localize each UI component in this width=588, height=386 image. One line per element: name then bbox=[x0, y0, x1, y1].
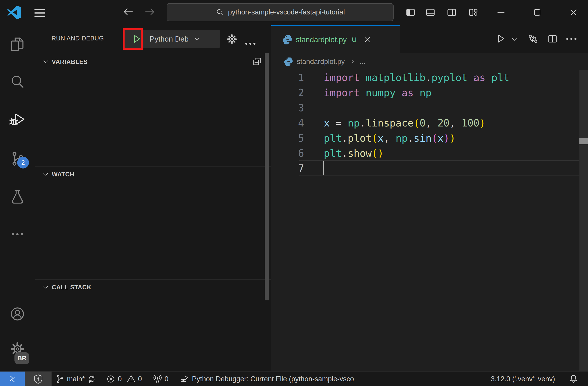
chevron-down-icon bbox=[42, 171, 49, 178]
text-cursor bbox=[323, 161, 324, 175]
overview-ruler-marker bbox=[579, 138, 588, 144]
shield-icon bbox=[33, 374, 43, 384]
breadcrumb: standardplot.py ... bbox=[271, 53, 588, 70]
code-lines[interactable]: import matplotlib.pyplot as pltimport nu… bbox=[324, 70, 509, 176]
maximize-icon[interactable] bbox=[531, 7, 543, 18]
vscode-window: python-sample-vscode-fastapi-tutorial bbox=[0, 0, 588, 386]
sidebar-item-explorer[interactable] bbox=[9, 36, 25, 52]
branch-status-item[interactable]: main* bbox=[55, 371, 97, 386]
sidebar-item-testing[interactable] bbox=[9, 189, 25, 205]
forward-arrow-icon[interactable] bbox=[144, 6, 156, 18]
debug-config-label: Python Deb bbox=[150, 35, 189, 43]
debug-icon bbox=[180, 374, 190, 384]
errors-icon bbox=[106, 374, 116, 384]
ports-status-item[interactable]: 0 bbox=[153, 371, 168, 386]
section-label: CALL STACK bbox=[52, 284, 91, 291]
sidebar-item-search[interactable] bbox=[9, 74, 25, 90]
tab-bar: standardplot.py U bbox=[271, 25, 588, 53]
section-label: WATCH bbox=[52, 171, 74, 178]
debugger-status-item[interactable]: Python Debugger: Current File (python-sa… bbox=[180, 371, 354, 386]
sidebar-item-run-debug[interactable] bbox=[9, 112, 25, 128]
title-bar: python-sample-vscode-fastapi-tutorial bbox=[0, 0, 588, 25]
python-icon bbox=[284, 57, 293, 66]
editor-group: standardplot.py U bbox=[271, 25, 588, 371]
toggle-panel-icon[interactable] bbox=[424, 7, 436, 18]
sidebar-title: RUN AND DEBUG bbox=[52, 35, 104, 42]
line-numbers: 1234567 bbox=[271, 70, 304, 176]
search-icon bbox=[215, 8, 224, 17]
remote-indicator[interactable] bbox=[0, 371, 25, 386]
breadcrumb-symbol[interactable]: ... bbox=[360, 58, 366, 66]
toggle-primary-sidebar-icon[interactable] bbox=[405, 7, 416, 18]
chevron-down-icon bbox=[42, 58, 49, 66]
workspace-trust-button[interactable] bbox=[25, 371, 52, 386]
profile-badge: BR bbox=[15, 352, 29, 364]
debug-more-actions-icon[interactable] bbox=[245, 38, 257, 49]
editor-more-actions-icon[interactable] bbox=[566, 38, 576, 40]
collapse-all-icon[interactable] bbox=[252, 57, 262, 67]
annotation-highlight-box bbox=[123, 28, 143, 50]
breadcrumb-file[interactable]: standardplot.py bbox=[297, 58, 345, 66]
warnings-count: 0 bbox=[138, 375, 142, 383]
python-icon bbox=[282, 35, 293, 45]
sync-icon bbox=[87, 374, 97, 384]
radio-tower-icon bbox=[153, 374, 162, 384]
toggle-secondary-sidebar-icon[interactable] bbox=[446, 7, 458, 18]
chevron-down-icon bbox=[42, 284, 49, 291]
menu-icon[interactable] bbox=[34, 7, 45, 19]
debugger-label: Python Debugger: Current File (python-sa… bbox=[192, 375, 354, 383]
search-value: python-sample-vscode-fastapi-tutorial bbox=[228, 8, 345, 16]
split-editor-icon[interactable] bbox=[547, 33, 558, 45]
open-changes-icon[interactable] bbox=[527, 33, 539, 45]
back-arrow-icon[interactable] bbox=[122, 6, 134, 18]
command-center-search[interactable]: python-sample-vscode-fastapi-tutorial bbox=[167, 3, 394, 21]
errors-count: 0 bbox=[118, 375, 122, 383]
branch-label: main* bbox=[67, 375, 85, 383]
vscode-logo-icon bbox=[7, 4, 21, 20]
sidebar-scrollbar[interactable] bbox=[265, 53, 269, 300]
section-header-variables[interactable]: VARIABLES bbox=[35, 55, 271, 69]
source-control-badge: 2 bbox=[17, 157, 29, 169]
bell-icon[interactable] bbox=[568, 374, 579, 385]
tab-standardplot[interactable]: standardplot.py U bbox=[271, 25, 400, 53]
run-file-icon[interactable] bbox=[495, 33, 506, 45]
problems-status-item[interactable]: 0 0 bbox=[106, 371, 142, 386]
close-icon[interactable] bbox=[568, 7, 579, 18]
section-label: VARIABLES bbox=[52, 58, 88, 65]
tab-dirty-badge: U bbox=[352, 36, 357, 44]
customize-layout-icon[interactable] bbox=[467, 7, 479, 18]
python-version-label: 3.12.0 ('.venv': venv) bbox=[491, 375, 555, 383]
tab-close-icon[interactable] bbox=[362, 35, 372, 45]
breadcrumb-chevron-icon bbox=[349, 58, 356, 65]
git-branch-icon bbox=[55, 374, 65, 384]
tab-filename: standardplot.py bbox=[296, 36, 347, 44]
section-header-watch[interactable]: WATCH bbox=[35, 167, 271, 182]
activity-bar: 2 bbox=[0, 25, 36, 371]
debug-settings-gear-icon[interactable] bbox=[226, 33, 238, 45]
python-interpreter-item[interactable]: 3.12.0 ('.venv': venv) bbox=[491, 371, 555, 386]
section-header-call-stack[interactable]: CALL STACK bbox=[35, 280, 271, 294]
ports-count: 0 bbox=[165, 375, 168, 383]
warnings-icon bbox=[126, 374, 136, 384]
account-icon[interactable] bbox=[9, 306, 25, 322]
chevron-down-icon bbox=[193, 35, 201, 43]
minimize-icon[interactable] bbox=[495, 7, 507, 18]
run-debug-sidebar: RUN AND DEBUG Python Deb bbox=[35, 25, 271, 371]
editor-scrollbar[interactable] bbox=[579, 70, 588, 371]
status-bar: main* 0 0 bbox=[0, 371, 588, 386]
remote-icon bbox=[7, 374, 17, 384]
run-dropdown-chevron-icon[interactable] bbox=[510, 36, 518, 43]
more-views-icon[interactable] bbox=[9, 226, 25, 242]
